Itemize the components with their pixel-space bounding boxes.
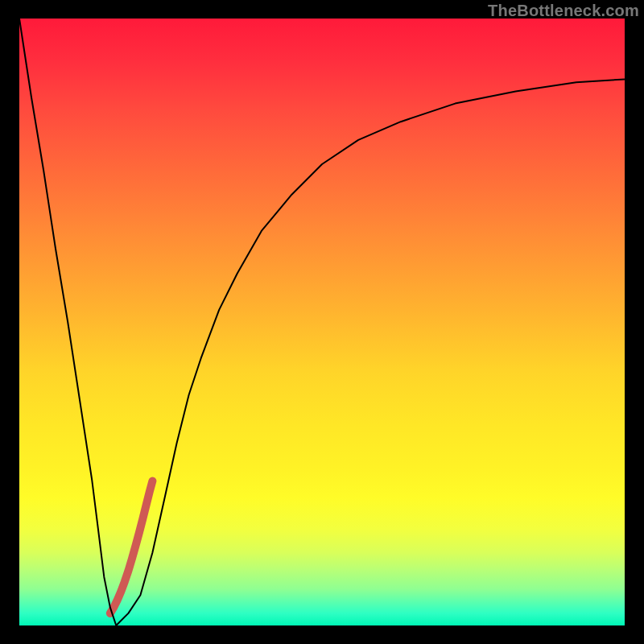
highlight-path [110, 481, 153, 613]
watermark-text: TheBottleneck.com [488, 2, 639, 20]
plot-area [19, 19, 625, 625]
curve-path [19, 19, 625, 625]
chart-svg [19, 19, 625, 625]
highlight-series [110, 481, 153, 613]
curve-series [19, 19, 625, 625]
chart-frame: TheBottleneck.com [0, 0, 644, 644]
